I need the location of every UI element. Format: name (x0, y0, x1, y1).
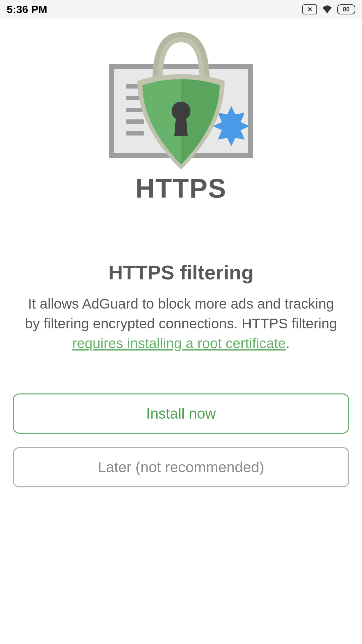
https-illustration (80, 22, 282, 170)
wifi-icon (321, 4, 333, 15)
battery-level: 80 (343, 6, 350, 13)
description-part1: It allows AdGuard to block more ads and … (25, 296, 337, 331)
status-icons: ✕ 80 (302, 4, 355, 15)
description-text: It allows AdGuard to block more ads and … (0, 294, 362, 353)
status-time: 5:36 PM (7, 3, 47, 16)
root-certificate-link[interactable]: requires installing a root certificate (72, 335, 286, 351)
later-button[interactable]: Later (not recommended) (13, 447, 349, 487)
battery-icon: 80 (337, 4, 355, 14)
button-container: Install now Later (not recommended) (0, 393, 362, 487)
svg-rect-6 (126, 119, 144, 124)
status-bar: 5:36 PM ✕ 80 (0, 0, 362, 19)
https-label: HTTPS (135, 173, 227, 204)
description-part2: . (286, 335, 290, 351)
svg-rect-7 (126, 131, 144, 136)
svg-point-0 (326, 11, 328, 13)
main-content: HTTPS HTTPS filtering It allows AdGuard … (0, 19, 362, 487)
svg-rect-5 (126, 108, 144, 112)
page-title: HTTPS filtering (108, 261, 253, 284)
close-box-icon: ✕ (302, 4, 317, 14)
install-now-button[interactable]: Install now (13, 393, 349, 434)
